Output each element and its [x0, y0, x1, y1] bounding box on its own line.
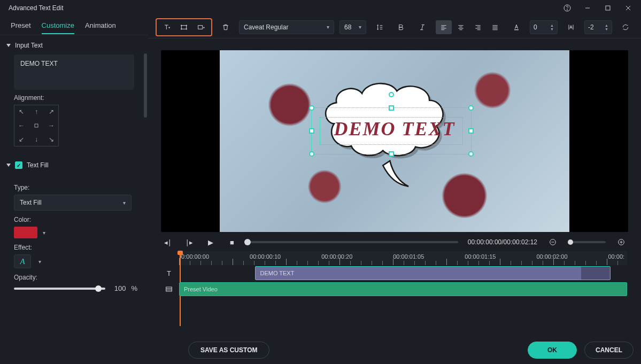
font-select[interactable]: Caveat Regular ▾ — [239, 20, 334, 34]
play-icon[interactable]: ▶ — [205, 236, 217, 248]
ok-button[interactable]: OK — [528, 342, 577, 359]
chevron-down-icon — [6, 44, 11, 47]
svg-rect-13 — [514, 29, 519, 30]
opacity-slider-knob[interactable] — [95, 285, 102, 292]
font-select-value: Caveat Regular — [244, 24, 288, 31]
video-track-icon — [161, 281, 177, 297]
text-box-icon[interactable] — [176, 20, 192, 34]
align-center[interactable] — [29, 119, 43, 132]
svg-rect-12 — [198, 25, 203, 29]
next-frame-icon[interactable]: ∣▸ — [183, 236, 195, 248]
handle-l[interactable] — [309, 128, 314, 134]
handle-r[interactable] — [468, 128, 474, 134]
type-select[interactable]: Text Fill ▾ — [14, 195, 132, 211]
cancel-button[interactable]: CANCEL — [584, 342, 634, 359]
spin-up-icon[interactable]: ▲ — [605, 24, 608, 27]
svg-point-1 — [567, 10, 567, 10]
video-clip-label: Preset Video — [184, 286, 218, 292]
align-center-icon[interactable] — [453, 20, 469, 34]
line-spacing-input[interactable]: -2 ▲▼ — [584, 20, 612, 34]
spin-down-icon[interactable]: ▼ — [550, 27, 554, 31]
timeline: 00:00:00:00 00:00:00:10 00:00:00:20 00:0… — [161, 251, 628, 313]
sidebar-tabs: Preset Customize Animation — [0, 16, 148, 35]
italic-icon[interactable] — [414, 20, 430, 34]
speech-bubble[interactable]: DEMO TEXT — [304, 82, 485, 189]
spin-up-icon[interactable]: ▲ — [550, 24, 554, 27]
char-spacing-input[interactable]: 0 ▲▼ — [530, 20, 558, 34]
handle-b[interactable] — [389, 151, 394, 157]
zoom-knob[interactable] — [568, 239, 573, 245]
bold-icon[interactable] — [393, 20, 409, 34]
align-top-right[interactable]: ↗ — [44, 105, 58, 118]
opacity-unit: % — [131, 284, 137, 292]
handle-tr[interactable] — [468, 105, 474, 111]
window-title: Advanced Text Edit — [9, 4, 64, 12]
effect-chevron[interactable]: ▾ — [38, 259, 41, 265]
align-right-icon[interactable] — [470, 20, 486, 34]
timeline-ruler[interactable]: 00:00:00:00 00:00:00:10 00:00:00:20 00:0… — [179, 251, 627, 265]
effect-button[interactable]: A — [14, 254, 31, 268]
align-left-icon[interactable] — [436, 20, 452, 34]
char-spacing-value: 0 — [534, 24, 537, 31]
handle-tl[interactable] — [309, 105, 314, 111]
align-top[interactable]: ↑ — [29, 105, 43, 118]
add-text-icon[interactable] — [159, 20, 175, 34]
line-spacing-value: -2 — [588, 24, 594, 31]
color-picker-chevron[interactable]: ▾ — [43, 230, 45, 236]
font-size-select[interactable]: 68 ▾ — [339, 20, 366, 34]
align-left[interactable]: ← — [14, 119, 28, 132]
color-swatch[interactable] — [14, 227, 37, 238]
zoom-slider[interactable] — [568, 241, 606, 243]
handle-rotate[interactable] — [389, 92, 394, 97]
text-fill-checkbox[interactable]: ✓ — [15, 161, 22, 169]
playback-knob[interactable] — [244, 239, 251, 245]
opacity-value: 100 — [111, 284, 126, 292]
maximize-button[interactable] — [599, 1, 616, 15]
tab-animation[interactable]: Animation — [85, 17, 116, 34]
stop-icon[interactable]: ■ — [226, 236, 238, 248]
text-clip-label: DEMO TEXT — [260, 270, 294, 276]
text-track-icon: T — [161, 265, 177, 281]
opacity-slider[interactable] — [14, 288, 105, 290]
zoom-out-icon[interactable] — [547, 236, 559, 248]
sidebar: Preset Customize Animation Input Text DE… — [0, 16, 148, 364]
text-clip[interactable]: DEMO TEXT — [255, 266, 582, 280]
letter-spacing-icon[interactable] — [563, 20, 579, 34]
playback-slider[interactable] — [248, 241, 458, 243]
refresh-icon[interactable] — [617, 20, 634, 34]
line-height-icon[interactable] — [372, 20, 388, 34]
spin-down-icon[interactable]: ▼ — [605, 27, 608, 31]
text-track[interactable]: DEMO TEXT — [179, 265, 627, 281]
section-text-fill[interactable]: ✓ Text Fill — [6, 161, 137, 169]
prev-frame-icon[interactable]: ◂∣ — [162, 236, 174, 248]
selection-inner[interactable] — [320, 117, 463, 145]
handle-bl[interactable] — [309, 151, 314, 157]
help-icon[interactable] — [559, 1, 576, 15]
video-clip[interactable]: Preset Video — [179, 282, 627, 296]
text-color-icon[interactable] — [508, 20, 524, 34]
tab-preset[interactable]: Preset — [11, 17, 31, 34]
handle-t[interactable] — [389, 105, 394, 111]
tab-customize[interactable]: Customize — [42, 17, 74, 34]
align-top-left[interactable]: ↖ — [14, 105, 28, 118]
align-right[interactable]: → — [44, 119, 58, 132]
align-bottom-left[interactable]: ↙ — [14, 133, 28, 146]
save-as-custom-button[interactable]: SAVE AS CUSTOM — [188, 342, 269, 359]
titlebar: Advanced Text Edit — [0, 0, 641, 16]
sidebar-scrollbar[interactable] — [144, 53, 147, 118]
preview-canvas[interactable]: DEMO TEXT — [161, 50, 628, 232]
align-justify-icon[interactable] — [487, 20, 503, 34]
zoom-in-icon[interactable] — [615, 236, 627, 248]
add-text-box-icon[interactable] — [193, 20, 209, 34]
minimize-button[interactable] — [579, 1, 596, 15]
text-input[interactable]: DEMO TEXT — [14, 55, 134, 90]
align-bottom-right[interactable]: ↘ — [44, 133, 58, 146]
timecode: 00:00:00:00/00:00:02:12 — [468, 238, 537, 246]
section-input-text[interactable]: Input Text — [6, 42, 137, 49]
svg-rect-3 — [606, 6, 610, 10]
align-bottom[interactable]: ↓ — [29, 133, 43, 146]
video-track[interactable]: Preset Video — [179, 281, 627, 297]
delete-icon[interactable] — [218, 20, 234, 34]
handle-br[interactable] — [468, 151, 474, 157]
close-button[interactable] — [620, 1, 637, 15]
